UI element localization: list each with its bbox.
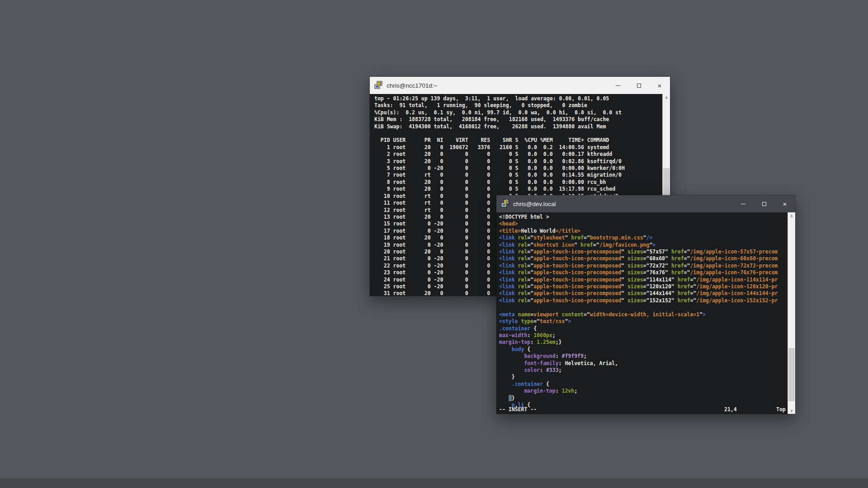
vim-mode-indicator: -- INSERT -- bbox=[499, 406, 537, 413]
minimize-icon bbox=[616, 85, 620, 86]
scrollbar-up-icon[interactable]: ∧ bbox=[788, 212, 795, 219]
terminal-line: .container { bbox=[499, 381, 795, 388]
terminal-line: } bbox=[499, 395, 795, 402]
terminal-line: <link rel="apple-touch-icon-precomposed"… bbox=[499, 277, 795, 283]
window1-title: chris@ncc1701d:~ bbox=[387, 82, 608, 89]
terminal-line: margin-top: 1.25em;} bbox=[499, 339, 795, 346]
terminal-line bbox=[374, 130, 670, 137]
terminal-line: 7 root rt 0 0 0 0 S 0.0 0.0 0:14.55 migr… bbox=[374, 172, 670, 178]
terminal-line: <title>Hello World</title> bbox=[499, 228, 795, 235]
scrollbar-down-icon[interactable]: ∨ bbox=[788, 407, 795, 414]
vim-scroll-position: Top bbox=[776, 406, 786, 413]
terminal-line: .container { bbox=[499, 325, 795, 332]
window1-minimize-button[interactable] bbox=[608, 77, 628, 94]
terminal-line: <link rel="stylesheet" href="bootstrap.m… bbox=[499, 235, 795, 241]
terminal-line: <link rel="apple-touch-icon-precomposed"… bbox=[499, 283, 795, 290]
maximize-icon bbox=[637, 84, 641, 88]
terminal-line: 3 root 20 0 0 0 0 S 0.0 0.0 0:02.86 ksof… bbox=[374, 158, 670, 165]
vim-statusline: -- INSERT -- 21,4 Top bbox=[499, 406, 788, 413]
taskbar[interactable] bbox=[0, 479, 868, 488]
terminal-line: body { bbox=[499, 346, 795, 353]
terminal-line: <link rel="apple-touch-icon-precomposed"… bbox=[499, 249, 795, 255]
terminal-line: KiB Mem : 1883728 total, 208184 free, 18… bbox=[374, 116, 670, 123]
terminal-line: 9 root 20 0 0 0 0 S 0.0 0.0 15:17.98 rcu… bbox=[374, 186, 670, 192]
window2-minimize-button[interactable] bbox=[733, 195, 754, 212]
window2-titlebar[interactable]: chris@dev.local × bbox=[496, 195, 795, 212]
maximize-icon bbox=[762, 202, 766, 206]
terminal-line: background: #f9f9f9; bbox=[499, 353, 795, 360]
terminal-line: top - 01:26:25 up 139 days, 3:11, 1 user… bbox=[374, 95, 670, 102]
putty-icon bbox=[374, 81, 383, 90]
window1-titlebar[interactable]: chris@ncc1701d:~ × bbox=[370, 77, 670, 94]
terminal-line: <link rel="apple-touch-icon-precomposed"… bbox=[499, 297, 795, 304]
terminal-line: <link rel="apple-touch-icon-precomposed"… bbox=[499, 269, 795, 276]
minimize-icon bbox=[741, 204, 745, 204]
close-icon: × bbox=[658, 82, 662, 89]
window2-close-button[interactable]: × bbox=[774, 195, 795, 212]
window2-scrollbar-thumb[interactable] bbox=[788, 348, 795, 401]
terminal-line: %Cpu(s): 0.2 us, 0.1 sy, 0.0 ni, 99.7 id… bbox=[374, 109, 670, 116]
terminal-line: font-family: Helvetica, Arial, bbox=[499, 360, 795, 367]
terminal-line: max-width: 1060px; bbox=[499, 332, 795, 339]
terminal-window-dev-local: chris@dev.local × <!DOCTYPE html ><head>… bbox=[496, 195, 795, 414]
terminal-line: margin-top: 12vh; bbox=[499, 388, 795, 394]
terminal-line: } bbox=[499, 374, 795, 380]
terminal-line: 1 root 20 0 190672 3376 2160 S 0.0 0.2 1… bbox=[374, 144, 670, 151]
terminal-line: <head> bbox=[499, 221, 795, 227]
terminal2-screen[interactable]: <!DOCTYPE html ><head><title>Hello World… bbox=[496, 212, 795, 414]
terminal-line: 2 root 20 0 0 0 0 S 0.0 0.0 0:00.17 kthr… bbox=[374, 151, 670, 158]
window1-close-button[interactable]: × bbox=[649, 77, 670, 94]
terminal-line: <link rel="apple-touch-icon-precomposed"… bbox=[499, 255, 795, 262]
terminal-line: <link rel="shortcut icon" href="/img/fav… bbox=[499, 242, 795, 249]
terminal-line: PID USER PR NI VIRT RES SHR S %CPU %MEM … bbox=[374, 137, 670, 144]
terminal-line: <link rel="apple-touch-icon-precomposed"… bbox=[499, 290, 795, 297]
terminal-line bbox=[499, 304, 795, 311]
terminal-line: 5 root 0 -20 0 0 0 S 0.0 0.0 0:00.00 kwo… bbox=[374, 165, 670, 172]
terminal-line: <meta name=viewport content="width=devic… bbox=[499, 311, 795, 318]
terminal-line: 8 root 20 0 0 0 0 S 0.0 0.0 0:00.00 rcu_… bbox=[374, 179, 670, 186]
window2-maximize-button[interactable] bbox=[754, 195, 774, 212]
terminal2-lines: <!DOCTYPE html ><head><title>Hello World… bbox=[499, 214, 795, 408]
vim-ruler: 21,4 bbox=[724, 406, 737, 413]
putty-icon bbox=[500, 199, 509, 208]
terminal-line: Tasks: 91 total, 1 running, 90 sleeping,… bbox=[374, 102, 670, 109]
terminal-line: color: #333; bbox=[499, 367, 795, 374]
window2-title: chris@dev.local bbox=[513, 201, 733, 207]
window2-scrollbar[interactable]: ∧ ∨ bbox=[788, 212, 795, 414]
terminal-line: <link rel="apple-touch-icon-precomposed"… bbox=[499, 263, 795, 269]
scrollbar-up-icon[interactable]: ∧ bbox=[663, 94, 670, 101]
terminal-line: KiB Swap: 4194300 total, 4168012 free, 2… bbox=[374, 123, 670, 130]
window1-maximize-button[interactable] bbox=[628, 77, 649, 94]
close-icon: × bbox=[783, 201, 787, 207]
terminal-line: <style type="text/css"> bbox=[499, 318, 795, 325]
terminal-line: <!DOCTYPE html > bbox=[499, 214, 795, 221]
